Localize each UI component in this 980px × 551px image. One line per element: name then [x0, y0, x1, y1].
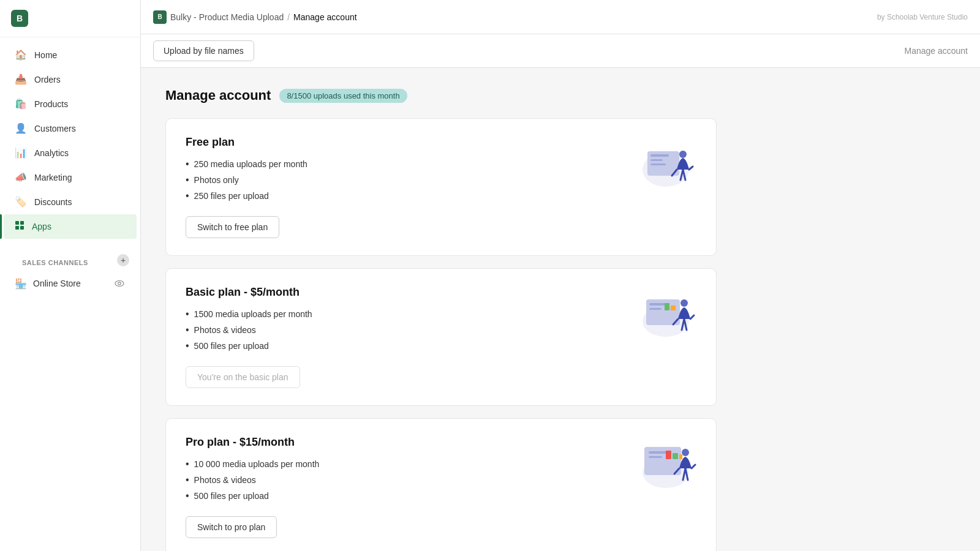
svg-rect-32 [673, 453, 678, 459]
sidebar-item-label: Products [34, 99, 68, 109]
sales-channels-header: SALES CHANNELS + [0, 244, 140, 271]
online-store-visibility-button[interactable] [113, 277, 126, 290]
basic-plan-card: Basic plan - $5/month 1500 media uploads… [165, 268, 717, 406]
app-logo-icon: B [11, 10, 28, 27]
basic-plan-features: 1500 media uploads per month Photos & vi… [186, 309, 623, 351]
sidebar-item-products[interactable]: 🛍️ Products [4, 92, 137, 116]
sidebar-item-label: Analytics [34, 148, 69, 158]
current-plan-button: You're on the basic plan [186, 366, 300, 388]
sidebar-item-home[interactable]: 🏠 Home [4, 43, 137, 67]
sidebar-item-customers[interactable]: 👤 Customers [4, 116, 137, 140]
svg-rect-18 [649, 303, 666, 305]
sidebar-item-label: Marketing [34, 173, 72, 182]
customers-icon: 👤 [15, 122, 27, 134]
basic-plan-feature-3: 500 files per upload [186, 340, 623, 351]
sidebar-item-label: Customers [34, 124, 76, 133]
svg-line-13 [689, 167, 693, 170]
sidebar-item-analytics[interactable]: 📊 Analytics [4, 141, 137, 165]
sidebar-item-label: Orders [34, 75, 61, 84]
main-content: B Bulky - Product Media Upload / Manage … [141, 0, 980, 551]
by-studio-label: by Schoolab Venture Studio [877, 13, 968, 21]
sidebar-item-orders[interactable]: 📥 Orders [4, 67, 137, 91]
svg-rect-9 [650, 159, 663, 161]
pro-plan-feature-1: 10 000 media uploads per month [186, 459, 623, 470]
svg-rect-3 [20, 226, 24, 230]
svg-rect-1 [20, 221, 24, 225]
app-breadcrumb-logo: B [153, 10, 167, 24]
manage-account-link[interactable]: Manage account [904, 46, 968, 56]
pro-plan-features: 10 000 media uploads per month Photos & … [186, 459, 623, 501]
basic-plan-feature-1: 1500 media uploads per month [186, 309, 623, 320]
svg-rect-29 [649, 451, 668, 454]
svg-rect-8 [650, 154, 669, 157]
free-plan-feature-1: 250 media uploads per month [186, 159, 623, 170]
svg-point-34 [682, 449, 689, 456]
switch-to-free-plan-button[interactable]: Switch to free plan [186, 216, 279, 238]
svg-rect-19 [649, 308, 662, 310]
breadcrumb-separator: / [287, 12, 290, 22]
svg-rect-10 [650, 163, 666, 165]
topbar-left: B Bulky - Product Media Upload / Manage … [153, 10, 357, 24]
add-sales-channel-button[interactable]: + [117, 254, 129, 266]
pro-plan-name: Pro plan - $15/month [186, 436, 623, 449]
breadcrumb: B Bulky - Product Media Upload / Manage … [153, 10, 357, 24]
breadcrumb-app-name: Bulky - Product Media Upload [170, 12, 284, 22]
sidebar-item-online-store[interactable]: 🏪 Online Store [4, 272, 137, 295]
topbar-right: by Schoolab Venture Studio [877, 12, 968, 21]
basic-plan-feature-2: Photos & videos [186, 324, 623, 335]
uploads-badge: 8/1500 uploads used this month [279, 89, 407, 103]
switch-to-pro-plan-button[interactable]: Switch to pro plan [186, 516, 277, 538]
analytics-icon: 📊 [15, 147, 27, 159]
home-icon: 🏠 [15, 49, 27, 61]
free-plan-feature-2: Photos only [186, 174, 623, 186]
svg-point-22 [680, 299, 688, 307]
sidebar-item-marketing[interactable]: 📣 Marketing [4, 165, 137, 189]
free-plan-illustration [635, 136, 696, 191]
free-plan-feature-3: 250 files per upload [186, 190, 623, 201]
pro-plan-card-left: Pro plan - $15/month 10 000 media upload… [186, 436, 623, 538]
svg-rect-20 [665, 303, 669, 310]
svg-rect-31 [666, 451, 671, 459]
pro-plan-feature-3: 500 files per upload [186, 490, 623, 501]
svg-rect-0 [15, 221, 19, 225]
svg-rect-21 [671, 305, 676, 310]
svg-point-4 [115, 281, 124, 287]
sidebar-item-apps[interactable]: Apps [4, 214, 137, 239]
svg-rect-2 [15, 226, 19, 230]
page-content: Manage account 8/1500 uploads used this … [141, 68, 980, 551]
basic-plan-illustration [635, 286, 696, 341]
sidebar-item-discounts[interactable]: 🏷️ Discounts [4, 190, 137, 214]
free-plan-name: Free plan [186, 136, 623, 149]
upload-by-file-names-button[interactable]: Upload by file names [153, 40, 254, 61]
sidebar-logo: B [0, 0, 140, 37]
sidebar-item-label: Home [34, 50, 57, 60]
breadcrumb-current: Manage account [293, 12, 357, 22]
orders-icon: 📥 [15, 73, 27, 85]
sidebar-nav: 🏠 Home 📥 Orders 🛍️ Products 👤 Customers … [0, 37, 140, 244]
secondary-toolbar: Upload by file names Manage account [141, 34, 980, 68]
marketing-icon: 📣 [15, 171, 27, 183]
svg-line-36 [692, 465, 695, 468]
sidebar-item-label: Discounts [34, 197, 72, 207]
svg-line-24 [690, 315, 694, 319]
page-title: Manage account [165, 88, 271, 103]
basic-plan-card-left: Basic plan - $5/month 1500 media uploads… [186, 286, 623, 388]
online-store-icon: 🏪 [15, 278, 27, 290]
pro-plan-card: Pro plan - $15/month 10 000 media upload… [165, 418, 717, 551]
discounts-icon: 🏷️ [15, 196, 27, 208]
svg-rect-28 [644, 447, 681, 475]
svg-point-5 [118, 282, 121, 285]
svg-point-11 [679, 151, 687, 158]
topbar: B Bulky - Product Media Upload / Manage … [141, 0, 980, 34]
sales-channels-label: SALES CHANNELS [11, 252, 99, 269]
apps-icon [15, 220, 24, 233]
free-plan-features: 250 media uploads per month Photos only … [186, 159, 623, 201]
pro-plan-feature-2: Photos & videos [186, 474, 623, 485]
free-plan-card-left: Free plan 250 media uploads per month Ph… [186, 136, 623, 238]
svg-rect-33 [679, 454, 682, 459]
page-header: Manage account 8/1500 uploads used this … [165, 88, 956, 103]
products-icon: 🛍️ [15, 98, 27, 110]
free-plan-card: Free plan 250 media uploads per month Ph… [165, 118, 717, 256]
online-store-label: Online Store [33, 279, 81, 288]
svg-rect-30 [649, 456, 662, 458]
